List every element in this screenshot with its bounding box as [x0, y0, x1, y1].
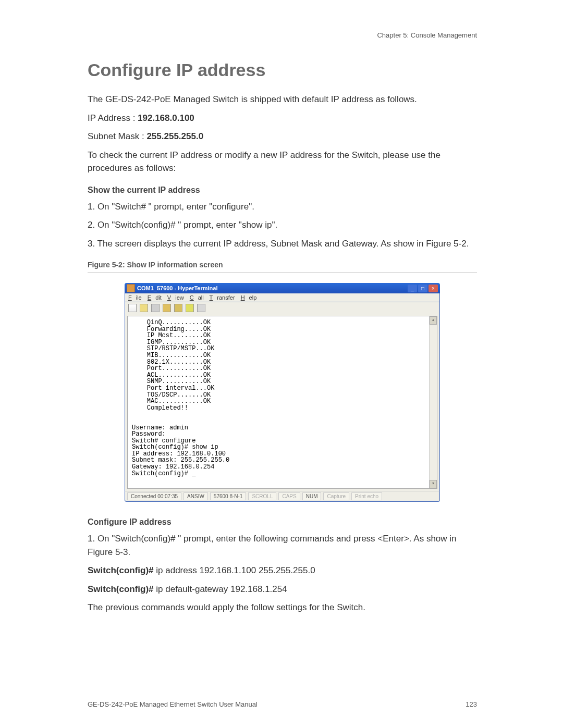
step-3: 3. The screen displays the current IP ad…	[88, 237, 477, 251]
chapter-label: Chapter 5: Console Management	[88, 31, 477, 39]
scroll-up-icon[interactable]: ▴	[430, 316, 437, 325]
cmd2-prefix: Switch(config)#	[88, 584, 154, 594]
command-2: Switch(config)# ip default-gateway 192.1…	[88, 583, 477, 596]
status-caps: CAPS	[278, 492, 300, 500]
command-1: Switch(config)# ip address 192.168.1.100…	[88, 564, 477, 577]
menu-help[interactable]: Help	[241, 294, 257, 301]
maximize-icon[interactable]: □	[418, 285, 427, 292]
step-2: 2. On "Switch(config)# " prompt, enter "…	[88, 218, 477, 232]
intro-text: The GE-DS-242-PoE Managed Switch is ship…	[88, 93, 477, 106]
new-icon[interactable]	[128, 304, 137, 312]
status-capture: Capture	[323, 492, 349, 500]
ip-value: 192.168.0.100	[138, 113, 194, 123]
status-connected: Connected 00:07:35	[127, 492, 181, 500]
status-bar: Connected 00:07:35 ANSIW 57600 8-N-1 SCR…	[125, 491, 440, 502]
status-num: NUM	[302, 492, 322, 500]
scrollbar[interactable]: ▴▾	[429, 316, 437, 488]
outro-text: The previous commands would apply the fo…	[88, 601, 477, 614]
configure-ip-heading: Configure IP address	[88, 517, 477, 527]
menu-transfer[interactable]: Transfer	[210, 294, 235, 301]
scroll-down-icon[interactable]: ▾	[430, 480, 437, 488]
receive-icon[interactable]	[186, 304, 194, 312]
status-baud: 57600 8-N-1	[210, 492, 247, 500]
console-output[interactable]: QinQ...........OK Forwarding.....OK IP M…	[127, 316, 437, 489]
step-1: 1. On "Switch# " prompt, enter "configur…	[88, 200, 477, 214]
page-title: Configure IP address	[88, 60, 477, 80]
status-term: ANSIW	[183, 492, 208, 500]
disconnect-icon[interactable]	[163, 304, 171, 312]
cmd1-prefix: Switch(config)#	[88, 565, 154, 575]
open-icon[interactable]	[140, 304, 148, 312]
menu-edit[interactable]: Edit	[148, 294, 162, 301]
cmd2-rest: ip default-gateway 192.168.1.254	[154, 584, 287, 594]
mask-value: 255.255.255.0	[146, 131, 203, 141]
ip-address-line: IP Address : 192.168.0.100	[88, 112, 477, 125]
app-icon	[127, 284, 135, 292]
status-echo: Print echo	[351, 492, 382, 500]
check-paragraph: To check the current IP address or modif…	[88, 149, 477, 175]
menu-call[interactable]: Call	[190, 294, 204, 301]
minimize-icon[interactable]: _	[408, 285, 417, 292]
cmd1-rest: ip address 192.168.1.100 255.255.255.0	[154, 565, 315, 575]
close-icon[interactable]: ×	[429, 285, 438, 292]
menu-view[interactable]: View	[167, 294, 184, 301]
mask-label: Subnet Mask :	[88, 131, 146, 141]
hyperterminal-window: COM1_57600 - HyperTerminal _ □ × File Ed…	[125, 283, 440, 502]
footer-page-number: 123	[466, 700, 477, 708]
footer-left: GE-DS-242-PoE Managed Ethernet Switch Us…	[88, 700, 258, 708]
figure-caption: Figure 5-2: Show IP information screen	[88, 261, 477, 273]
window-titlebar[interactable]: COM1_57600 - HyperTerminal _ □ ×	[125, 283, 440, 293]
ip-label: IP Address :	[88, 113, 138, 123]
properties-icon[interactable]	[197, 304, 205, 312]
config-step-1: 1. On "Switch(config)# " prompt, enter t…	[88, 532, 477, 559]
show-ip-heading: Show the current IP address	[88, 186, 477, 195]
subnet-mask-line: Subnet Mask : 255.255.255.0	[88, 130, 477, 143]
console-text: QinQ...........OK Forwarding.....OK IP M…	[132, 319, 229, 477]
menu-file[interactable]: File	[128, 294, 142, 301]
connect-icon[interactable]	[151, 304, 160, 312]
window-title: COM1_57600 - HyperTerminal	[137, 285, 408, 291]
send-icon[interactable]	[174, 304, 182, 312]
menu-bar: File Edit View Call Transfer Help	[125, 293, 440, 302]
toolbar	[125, 302, 440, 314]
status-scroll: SCROLL	[248, 492, 276, 500]
